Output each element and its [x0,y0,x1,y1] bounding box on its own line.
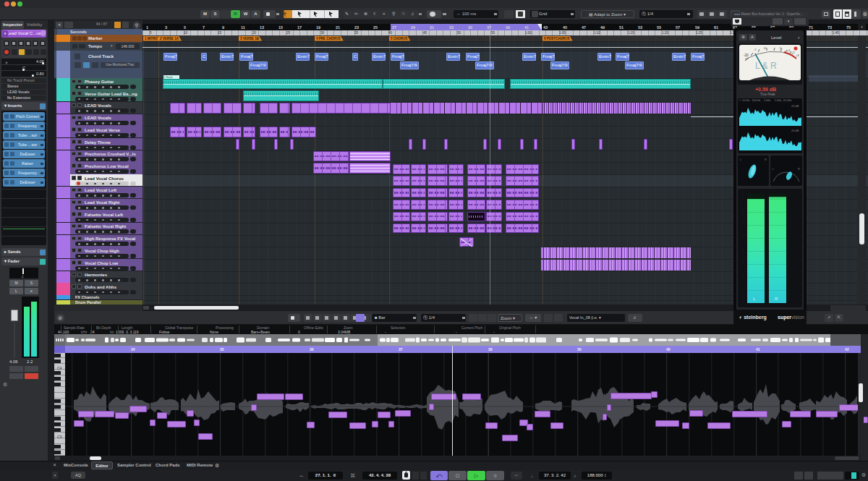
svg-text:-7: -7 [754,48,757,51]
svg-text:R: R [798,167,800,171]
svg-text:-20: -20 [744,54,749,57]
svg-text:-3: -3 [763,46,766,50]
svg-text:+2: +2 [791,51,795,54]
svg-text:R: R [765,158,767,161]
svg-text:+3: +3 [796,54,799,57]
svg-text:L: L [773,167,775,171]
svg-text:L: L [740,158,742,161]
svg-text:+1: +1 [787,48,791,52]
svg-text:L & R: L & R [755,61,777,71]
